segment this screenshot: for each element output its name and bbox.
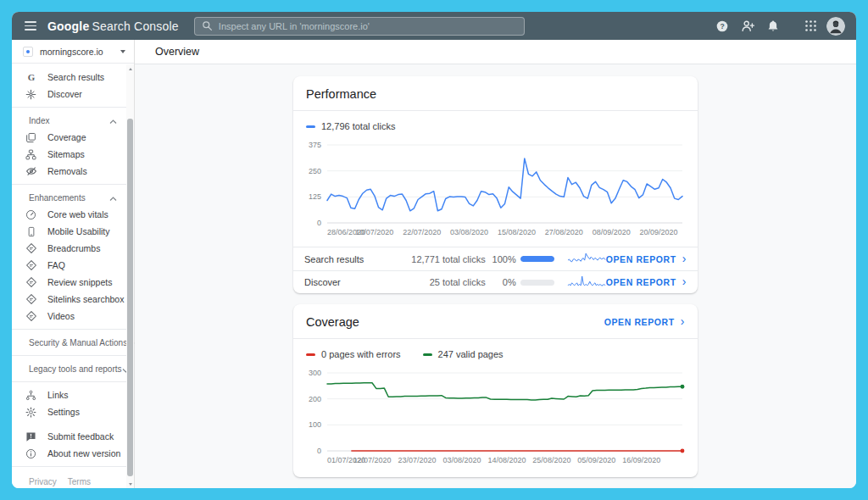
svg-text:27/08/2020: 27/08/2020 bbox=[545, 228, 583, 236]
sidebar-divider bbox=[12, 355, 127, 356]
sidebar: morningscore.io GSearch resultsDiscoverI… bbox=[12, 40, 135, 488]
performance-card: Performance 12,796 total clicks 01252503… bbox=[293, 76, 698, 293]
svg-text:14/08/2020: 14/08/2020 bbox=[487, 456, 526, 464]
sidebar-item-mobile-usability[interactable]: Mobile Usability bbox=[12, 223, 127, 240]
svg-text:300: 300 bbox=[309, 369, 321, 377]
coverage-legend-label: 0 pages with errors bbox=[321, 349, 401, 359]
coverage-legend-label: 247 valid pages bbox=[438, 349, 504, 359]
app-window: GoogleSearch Console ? bbox=[12, 12, 856, 488]
removals-icon bbox=[25, 165, 37, 178]
chevron-right-icon: › bbox=[682, 275, 687, 287]
brand-product: Search Console bbox=[92, 19, 178, 33]
apps-grid-icon bbox=[804, 19, 817, 32]
sidebar-item-submit-feedback[interactable]: Submit feedback bbox=[12, 428, 127, 445]
property-selector[interactable]: morningscore.io bbox=[12, 40, 134, 64]
scrollbar-thumb[interactable] bbox=[127, 119, 133, 476]
sidebar-item-faq[interactable]: FAQ bbox=[12, 257, 127, 274]
sidebar-item-coverage[interactable]: Coverage bbox=[12, 129, 127, 146]
row-clicks: 12,771 total clicks bbox=[371, 254, 486, 264]
mobile-usability-icon bbox=[25, 225, 37, 238]
sidebar-section-security-manual-actions[interactable]: Security & Manual Actions bbox=[12, 334, 127, 351]
core-web-vitals-icon bbox=[25, 208, 37, 221]
sidebar-item-sitemaps[interactable]: Sitemaps bbox=[12, 146, 127, 163]
open-report-link[interactable]: OPEN REPORT › bbox=[606, 253, 687, 265]
sidebar-scrollbar[interactable] bbox=[126, 64, 134, 488]
svg-text:16/09/2020: 16/09/2020 bbox=[622, 456, 660, 464]
sidebar-item-label: Discover bbox=[47, 89, 82, 99]
sidebar-item-label: Search results bbox=[47, 72, 104, 82]
help-button[interactable]: ? bbox=[710, 14, 734, 38]
svg-text:100: 100 bbox=[309, 420, 321, 429]
sidebar-item-label: Links bbox=[47, 390, 69, 400]
svg-text:10/07/2020: 10/07/2020 bbox=[355, 228, 393, 236]
svg-text:03/08/2020: 03/08/2020 bbox=[442, 456, 481, 464]
svg-text:15/08/2020: 15/08/2020 bbox=[498, 228, 536, 236]
sidebar-item-label: Sitemaps bbox=[47, 149, 85, 159]
sidebar-item-sitelinks-searchbox[interactable]: Sitelinks searchbox bbox=[12, 291, 127, 308]
notifications-icon bbox=[766, 19, 780, 33]
sidebar-footer-links: PrivacyTerms bbox=[12, 471, 127, 486]
property-favicon bbox=[23, 47, 33, 57]
footer-link-privacy[interactable]: Privacy bbox=[29, 477, 57, 486]
coverage-open-report-link[interactable]: OPEN REPORT › bbox=[604, 316, 685, 328]
sidebar-item-label: Review snippets bbox=[47, 277, 112, 287]
sidebar-nav: GSearch resultsDiscoverIndexCoverageSite… bbox=[12, 64, 127, 486]
sidebar-item-review-snippets[interactable]: Review snippets bbox=[12, 274, 127, 291]
svg-text:125: 125 bbox=[309, 192, 321, 201]
sidebar-item-core-web-vitals[interactable]: Core web vitals bbox=[12, 206, 127, 223]
review-snippets-icon bbox=[25, 276, 37, 289]
open-report-link[interactable]: OPEN REPORT › bbox=[606, 276, 687, 288]
sidebar-section-legacy-tools[interactable]: Legacy tools and reports bbox=[12, 360, 127, 377]
legend-dash-blue bbox=[306, 125, 315, 128]
sidebar-item-label: Sitelinks searchbox bbox=[47, 294, 124, 304]
svg-text:22/07/2020: 22/07/2020 bbox=[403, 228, 441, 236]
open-report-label: OPEN REPORT bbox=[606, 254, 676, 264]
topbar-actions: ? bbox=[710, 14, 848, 38]
help-icon: ? bbox=[715, 19, 729, 33]
section-label: Index bbox=[29, 116, 109, 125]
sidebar-item-videos[interactable]: Videos bbox=[12, 308, 127, 325]
sidebar-item-settings[interactable]: Settings bbox=[12, 403, 127, 420]
sidebar-item-search-results[interactable]: GSearch results bbox=[12, 69, 127, 86]
coverage-card-title: Coverage bbox=[306, 315, 604, 329]
search-input[interactable] bbox=[219, 21, 517, 31]
breadcrumbs-icon bbox=[25, 242, 37, 255]
sidebar-item-discover[interactable]: Discover bbox=[12, 86, 127, 103]
main-content: Overview Performance 12,796 total clicks bbox=[135, 40, 856, 488]
row-percent: 0% bbox=[486, 277, 516, 287]
sidebar-item-label: Core web vitals bbox=[47, 209, 108, 219]
sidebar-item-label: Removals bbox=[47, 166, 87, 176]
sidebar-section-enhancements[interactable]: Enhancements bbox=[12, 189, 127, 206]
account-avatar[interactable] bbox=[824, 14, 848, 38]
faq-icon bbox=[25, 259, 37, 272]
row-label: Discover bbox=[304, 277, 371, 287]
sidebar-divider bbox=[12, 107, 127, 108]
coverage-chart: 010020030001/07/202012/07/202023/07/2020… bbox=[298, 366, 689, 466]
sidebar-item-removals[interactable]: Removals bbox=[12, 163, 127, 180]
sidebar-item-label: Videos bbox=[47, 311, 75, 321]
svg-text:?: ? bbox=[720, 22, 724, 31]
footer-link-terms[interactable]: Terms bbox=[68, 477, 91, 486]
scroll-up-arrow-icon[interactable] bbox=[126, 65, 134, 72]
open-report-label: OPEN REPORT bbox=[604, 317, 675, 327]
property-name: morningscore.io bbox=[40, 47, 120, 57]
info-icon bbox=[25, 447, 37, 460]
sitelinks-searchbox-icon bbox=[25, 293, 37, 306]
menu-button[interactable] bbox=[19, 14, 42, 38]
add-user-button[interactable] bbox=[736, 14, 760, 38]
open-report-label: OPEN REPORT bbox=[606, 277, 676, 287]
apps-grid-button[interactable] bbox=[798, 14, 822, 38]
topbar: GoogleSearch Console ? bbox=[12, 12, 856, 40]
sidebar-item-links[interactable]: Links bbox=[12, 386, 127, 403]
chevron-up-icon bbox=[109, 190, 117, 205]
scroll-down-arrow-icon[interactable] bbox=[126, 481, 134, 487]
sidebar-spacer bbox=[12, 420, 127, 428]
performance-row: Discover 25 total clicks 0% OPEN REPORT … bbox=[293, 270, 698, 293]
url-inspect-searchbox[interactable] bbox=[194, 17, 525, 36]
sidebar-item-about-new-version[interactable]: About new version bbox=[12, 445, 127, 462]
sidebar-item-breadcrumbs[interactable]: Breadcrumbs bbox=[12, 240, 127, 257]
chevron-right-icon: › bbox=[681, 315, 685, 327]
notifications-button[interactable] bbox=[761, 14, 785, 38]
svg-text:200: 200 bbox=[309, 395, 321, 403]
sidebar-section-index[interactable]: Index bbox=[12, 112, 127, 129]
